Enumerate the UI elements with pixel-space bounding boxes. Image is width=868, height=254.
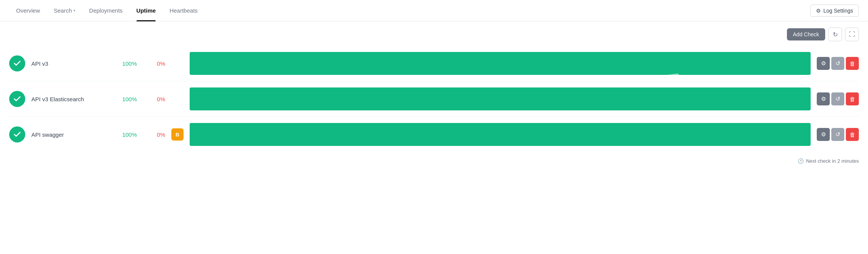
refresh-icon: ↻ <box>833 31 838 38</box>
toolbar: Add Check ↻ ⛶ <box>0 21 868 46</box>
uptime-chart <box>190 123 811 146</box>
action-buttons: ⚙ ↺ 🗑 <box>817 57 859 70</box>
history-button[interactable]: ↺ <box>831 128 844 141</box>
settings-button[interactable]: ⚙ <box>817 128 830 141</box>
status-icon-ok <box>9 55 25 71</box>
nav-item-uptime[interactable]: Uptime <box>130 0 163 21</box>
badge-label: B <box>176 132 179 138</box>
uptime-chart <box>190 87 811 110</box>
nav-item-overview-label: Overview <box>16 7 40 14</box>
uptime-chart <box>190 52 811 75</box>
nav-item-heartbeats-label: Heartbeats <box>169 7 197 14</box>
settings-button[interactable]: ⚙ <box>817 92 830 105</box>
delete-button[interactable]: 🗑 <box>846 57 859 70</box>
footer: 🕐 Next check in 2 minutes <box>0 152 868 170</box>
delete-button[interactable]: 🗑 <box>846 92 859 105</box>
navigation: Overview Search ▾ Deployments Uptime Hea… <box>0 0 868 21</box>
settings-button[interactable]: ⚙ <box>817 57 830 70</box>
nav-item-deployments-label: Deployments <box>89 7 123 14</box>
monitor-list: API v3 100% 0% ⚙ ↺ 🗑 API v3 Elasticsearc… <box>0 46 868 152</box>
monitor-name: API v3 <box>31 60 108 67</box>
history-button[interactable]: ↺ <box>831 57 844 70</box>
fullscreen-button[interactable]: ⛶ <box>845 28 859 41</box>
chevron-down-icon: ▾ <box>73 8 75 13</box>
uptime-percent: 100% <box>114 60 137 67</box>
monitor-name: API v3 Elasticsearch <box>31 96 108 102</box>
nav-item-uptime-label: Uptime <box>137 7 156 14</box>
add-check-label: Add Check <box>793 31 819 37</box>
b-badge: B <box>171 128 184 141</box>
fullscreen-icon: ⛶ <box>849 31 855 38</box>
nav-item-search-label: Search <box>54 7 72 14</box>
action-buttons: ⚙ ↺ 🗑 <box>817 92 859 105</box>
nav-items: Overview Search ▾ Deployments Uptime Hea… <box>9 0 205 21</box>
nav-item-search[interactable]: Search ▾ <box>47 0 83 21</box>
nav-item-deployments[interactable]: Deployments <box>82 0 130 21</box>
monitor-name: API swagger <box>31 131 108 138</box>
monitor-row: API swagger 100% 0% B ⚙ ↺ 🗑 <box>9 117 859 152</box>
uptime-percent: 100% <box>114 96 137 102</box>
status-icon-ok <box>9 91 25 107</box>
nav-item-heartbeats[interactable]: Heartbeats <box>163 0 204 21</box>
next-check-label: Next check in 2 minutes <box>806 158 859 164</box>
downtime-percent: 0% <box>146 96 165 102</box>
downtime-percent: 0% <box>146 60 165 67</box>
log-settings-label: Log Settings <box>823 8 853 14</box>
log-settings-button[interactable]: ⚙ Log Settings <box>810 5 859 17</box>
delete-button[interactable]: 🗑 <box>846 128 859 141</box>
refresh-button[interactable]: ↻ <box>828 28 842 41</box>
status-icon-ok <box>9 126 25 142</box>
uptime-percent: 100% <box>114 131 137 138</box>
history-button[interactable]: ↺ <box>831 92 844 105</box>
monitor-row: API v3 100% 0% ⚙ ↺ 🗑 <box>9 46 859 81</box>
action-buttons: ⚙ ↺ 🗑 <box>817 128 859 141</box>
add-check-button[interactable]: Add Check <box>787 28 825 40</box>
nav-item-overview[interactable]: Overview <box>9 0 47 21</box>
clock-icon: 🕐 <box>798 158 804 164</box>
monitor-row: API v3 Elasticsearch 100% 0% ⚙ ↺ 🗑 <box>9 81 859 117</box>
gear-icon: ⚙ <box>816 8 821 14</box>
downtime-percent: 0% <box>146 131 165 138</box>
